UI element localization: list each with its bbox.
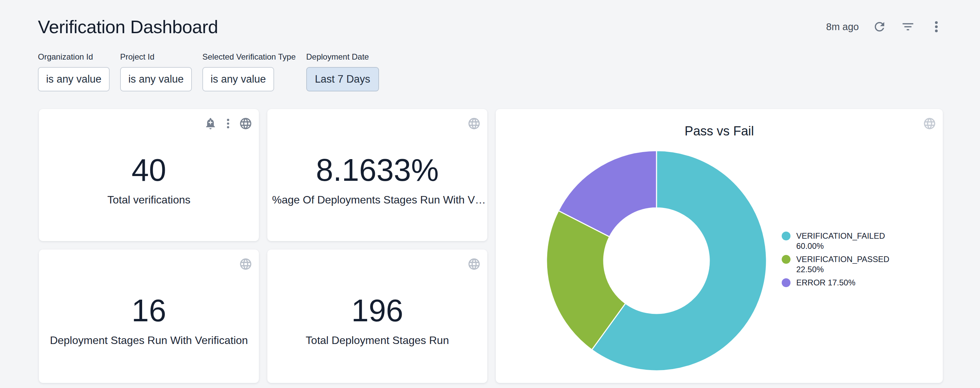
last-refresh-time: 8m ago	[826, 21, 859, 32]
filter-project-id: Project Id is any value	[120, 52, 192, 91]
filter-selected-verification-type: Selected Verification Type is any value	[202, 52, 296, 91]
filter-label: Organization Id	[38, 52, 110, 62]
tile-deployment-stages-run-with-verification: 16 Deployment Stages Run With Verificati…	[39, 249, 259, 383]
legend-series-pct: 17.50%	[828, 278, 855, 287]
filter-deployment-date: Deployment Date Last 7 Days	[306, 52, 379, 91]
refresh-icon	[872, 20, 886, 34]
legend-dot	[782, 232, 791, 240]
tile-value: 40	[39, 152, 259, 188]
tile-total-verifications: 40 Total verifications	[39, 109, 259, 241]
filter-bar: Organization Id is any value Project Id …	[38, 52, 379, 91]
legend-series-pct: 22.50%	[796, 265, 824, 274]
chart-legend: VERIFICATION_FAILED 60.00% VERIFICATION_…	[782, 231, 886, 288]
legend-item-error[interactable]: ERROR 17.50%	[782, 278, 886, 288]
filter-value-chip[interactable]: is any value	[120, 67, 192, 91]
filter-value-chip[interactable]: is any value	[38, 67, 110, 91]
globe-icon	[239, 257, 253, 271]
filter-label: Selected Verification Type	[202, 52, 296, 62]
kebab-menu-icon	[221, 117, 235, 130]
filter-list-icon	[901, 20, 915, 34]
globe-icon	[239, 117, 253, 130]
dashboard-filters-button[interactable]	[900, 19, 916, 35]
tile-value: 196	[267, 293, 487, 328]
bell-plus-icon	[204, 117, 217, 130]
tile-label: Total Deployment Stages Run	[267, 334, 487, 347]
filter-value-chip[interactable]: is any value	[202, 67, 274, 91]
globe-indicator	[467, 117, 481, 131]
tile-pct-deployments-with-verifications: 8.1633% %age Of Deployments Stages Run W…	[267, 109, 487, 241]
tile-label: Total verifications	[39, 193, 259, 206]
globe-indicator	[239, 117, 253, 131]
kebab-menu-icon	[929, 20, 943, 34]
legend-item-verification-failed[interactable]: VERIFICATION_FAILED 60.00%	[782, 231, 886, 251]
tile-label: %age Of Deployments Stages Run With V…	[267, 193, 487, 206]
legend-dot	[782, 278, 791, 287]
filter-label: Deployment Date	[306, 52, 379, 62]
globe-icon	[467, 117, 481, 130]
globe-indicator	[467, 257, 481, 271]
alert-bell-button[interactable]	[204, 117, 218, 131]
tile-label: Deployment Stages Run With Verification	[39, 334, 259, 347]
legend-series-name: VERIFICATION_PASSED	[796, 255, 889, 264]
tile-value: 16	[39, 293, 259, 328]
filter-value-chip[interactable]: Last 7 Days	[306, 67, 379, 91]
tile-total-deployment-stages-run: 196 Total Deployment Stages Run	[267, 249, 487, 383]
filter-label: Project Id	[120, 52, 192, 62]
legend-dot	[782, 255, 791, 264]
legend-item-verification-passed[interactable]: VERIFICATION_PASSED 22.50%	[782, 254, 886, 275]
dashboard-more-menu-button[interactable]	[929, 19, 944, 35]
legend-series-pct: 60.00%	[796, 241, 824, 251]
refresh-button[interactable]	[872, 19, 887, 35]
globe-icon	[467, 257, 481, 271]
page-title: Verification Dashboard	[38, 17, 218, 37]
pass-vs-fail-chart-card: Pass vs Fail VERIFICATION_FAILED 60.00% …	[496, 109, 943, 383]
legend-series-name: ERROR	[796, 278, 826, 287]
tile-more-menu-button[interactable]	[221, 117, 235, 131]
tile-value: 8.1633%	[267, 152, 487, 188]
header-actions: 8m ago	[826, 19, 944, 35]
filter-organization-id: Organization Id is any value	[38, 52, 110, 91]
legend-series-name: VERIFICATION_FAILED	[796, 231, 885, 240]
globe-indicator	[239, 257, 253, 271]
